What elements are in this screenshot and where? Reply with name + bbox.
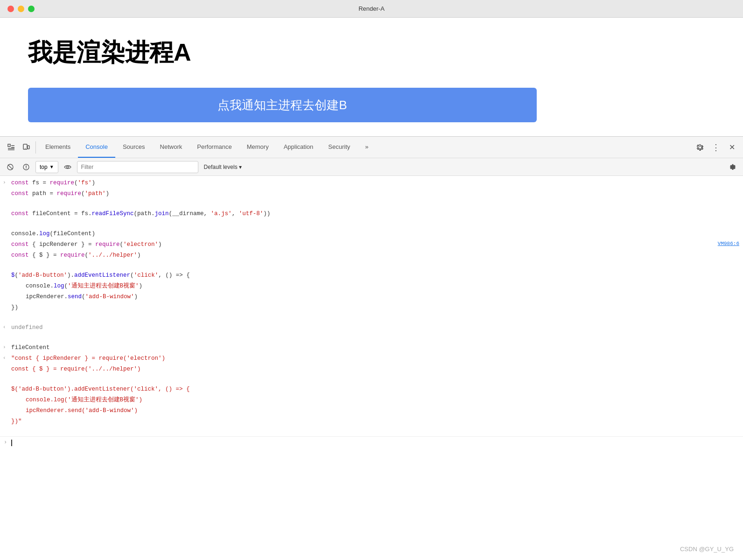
device-toolbar-button[interactable] xyxy=(19,140,34,155)
console-line: })" xyxy=(0,416,743,427)
console-line xyxy=(0,333,743,343)
console-line xyxy=(0,199,743,209)
svg-rect-2 xyxy=(28,146,29,149)
console-line: }) xyxy=(0,302,743,313)
console-line: › const fs = require('fs') xyxy=(0,178,743,189)
console-input-line[interactable]: › xyxy=(0,436,743,448)
tab-security[interactable]: Security xyxy=(321,137,357,158)
console-line-filecontent-input: › fileContent xyxy=(0,343,743,353)
input-arrow: › xyxy=(3,343,6,352)
minimize-button[interactable] xyxy=(18,6,24,12)
console-line xyxy=(0,375,743,384)
console-line: $('add-B-button').addEventListener('clic… xyxy=(0,384,743,395)
page-heading: 我是渲染进程A xyxy=(28,36,715,69)
console-line: console.log('通知主进程去创建B视窗') xyxy=(0,281,743,292)
console-output-undefined: ‹ undefined xyxy=(0,322,743,333)
console-settings-button[interactable] xyxy=(726,161,739,174)
main-content: 我是渲染进程A 点我通知主进程去创建B xyxy=(0,18,743,560)
output-arrow: ‹ xyxy=(3,354,6,363)
console-line xyxy=(0,261,743,270)
tab-elements[interactable]: Elements xyxy=(38,137,78,158)
console-line: console.log('通知主进程去创建B视窗') xyxy=(0,395,743,406)
tab-performance[interactable]: Performance xyxy=(189,137,239,158)
titlebar: Render-A xyxy=(0,0,743,18)
console-line: const { $ } = require('../../helper') xyxy=(0,250,743,261)
context-selector[interactable]: top ▼ xyxy=(35,161,58,173)
console-output-filecontent: ‹ "const { ipcRenderer } = require('elec… xyxy=(0,353,743,364)
console-output[interactable]: › const fs = require('fs') const path = … xyxy=(0,176,743,560)
tab-memory[interactable]: Memory xyxy=(239,137,276,158)
watermark: CSDN @GY_U_YG xyxy=(680,546,734,553)
output-arrow: ‹ xyxy=(3,323,6,332)
default-levels-button[interactable]: Default levels ▾ xyxy=(201,163,245,171)
settings-icon-button[interactable] xyxy=(693,140,708,155)
console-line: ipcRenderer.send('add-B-window') xyxy=(0,406,743,416)
pause-on-exception-button[interactable] xyxy=(20,161,33,174)
svg-rect-0 xyxy=(8,144,10,147)
svg-line-5 xyxy=(8,165,13,169)
console-line xyxy=(0,427,743,436)
renderer-area: 我是渲染进程A 点我通知主进程去创建B xyxy=(0,18,743,136)
devtools-right-icons: ⋮ ✕ xyxy=(693,140,739,155)
tab-console[interactable]: Console xyxy=(78,137,115,158)
window-controls xyxy=(7,6,35,12)
console-toolbar: top ▼ Default levels ▾ xyxy=(0,158,743,176)
svg-point-7 xyxy=(26,168,27,169)
close-button[interactable] xyxy=(7,6,14,12)
console-line: console.log(fileContent) xyxy=(0,229,743,239)
devtools-panel: Elements Console Sources Network Perform… xyxy=(0,136,743,560)
inspect-element-button[interactable] xyxy=(4,140,19,155)
console-prompt-symbol: › xyxy=(4,438,7,447)
clear-console-button[interactable] xyxy=(4,161,17,174)
context-dropdown-arrow: ▼ xyxy=(49,164,54,169)
tab-more[interactable]: » xyxy=(357,137,376,158)
window-title: Render-A xyxy=(358,5,385,12)
svg-point-3 xyxy=(25,148,26,149)
context-value: top xyxy=(40,164,48,170)
more-options-button[interactable]: ⋮ xyxy=(708,140,723,155)
console-line: ipcRenderer.send('add-B-window') xyxy=(0,292,743,302)
source-link[interactable]: VM986:6 xyxy=(708,240,739,248)
console-line: $('add-B-button').addEventListener('clic… xyxy=(0,270,743,281)
devtools-tab-list: Elements Console Sources Network Perform… xyxy=(38,137,693,158)
tab-application[interactable]: Application xyxy=(276,137,321,158)
devtools-tabs-toolbar: Elements Console Sources Network Perform… xyxy=(0,137,743,158)
tab-network[interactable]: Network xyxy=(153,137,190,158)
notify-main-button[interactable]: 点我通知主进程去创建B xyxy=(28,88,537,122)
console-line: const { ipcRenderer } = require('electro… xyxy=(0,239,743,250)
toolbar-separator xyxy=(35,141,36,154)
console-line: const path = require('path') xyxy=(0,189,743,199)
console-line xyxy=(0,313,743,322)
console-cursor xyxy=(11,440,12,446)
input-arrow: › xyxy=(3,179,6,187)
close-devtools-button[interactable]: ✕ xyxy=(724,140,739,155)
eye-button[interactable] xyxy=(61,161,74,174)
tab-sources[interactable]: Sources xyxy=(115,137,153,158)
svg-point-8 xyxy=(66,166,68,168)
console-line: const { $ } = require('../../helper') xyxy=(0,364,743,375)
console-line xyxy=(0,219,743,229)
console-line: const fileContent = fs.readFileSync(path… xyxy=(0,209,743,219)
maximize-button[interactable] xyxy=(28,6,35,12)
filter-input[interactable] xyxy=(77,161,198,173)
